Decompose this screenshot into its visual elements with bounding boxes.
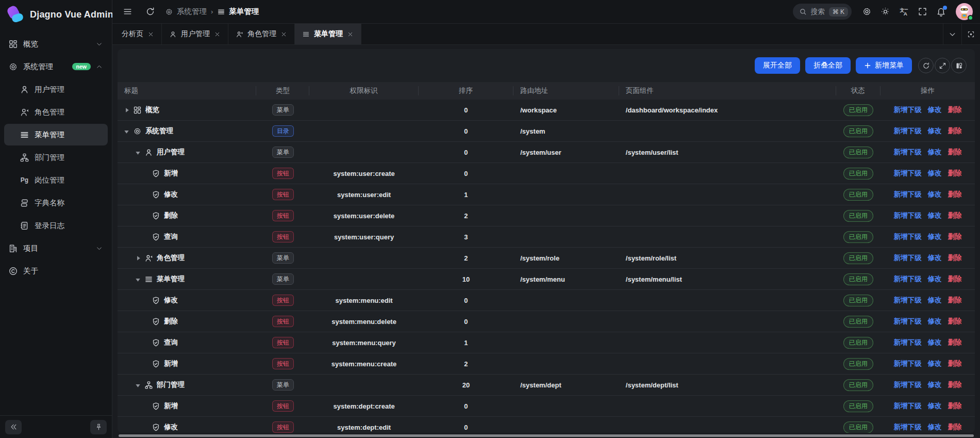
cell-actions: 新增下级修改删除: [881, 148, 975, 157]
delete-link[interactable]: 删除: [948, 274, 961, 284]
sidebar-pin-button[interactable]: [90, 420, 107, 434]
add-child-link[interactable]: 新增下级: [893, 253, 921, 263]
add-child-link[interactable]: 新增下级: [893, 274, 921, 284]
chevron-down-button[interactable]: [943, 24, 961, 44]
delete-link[interactable]: 删除: [948, 211, 961, 220]
breadcrumb-item[interactable]: 菜单管理: [217, 7, 259, 17]
sidebar-item-dept[interactable]: 部门管理: [4, 147, 108, 168]
refresh-icon: [145, 7, 155, 17]
tab-分析页[interactable]: 分析页: [114, 24, 162, 44]
toolbar-expand-arrows-button[interactable]: [935, 58, 950, 73]
sidebar-item-dict[interactable]: 字典名称: [4, 192, 108, 214]
edit-link[interactable]: 修改: [927, 359, 941, 368]
delete-link[interactable]: 删除: [948, 296, 961, 305]
add-child-link[interactable]: 新增下级: [893, 105, 921, 115]
edit-link[interactable]: 修改: [927, 274, 941, 284]
theme-sun-button[interactable]: [877, 4, 893, 20]
add-child-link[interactable]: 新增下级: [893, 126, 921, 136]
edit-link[interactable]: 修改: [927, 380, 941, 390]
sidebar-item-project[interactable]: 项目: [4, 237, 108, 259]
delete-link[interactable]: 删除: [948, 169, 961, 178]
sidebar-item-role[interactable]: 角色管理: [4, 101, 108, 123]
edit-link[interactable]: 修改: [927, 253, 941, 263]
add-child-link[interactable]: 新增下级: [893, 380, 921, 390]
toolbar-refresh-button[interactable]: [918, 58, 934, 73]
edit-link[interactable]: 修改: [927, 423, 941, 432]
delete-link[interactable]: 删除: [948, 253, 961, 263]
sidebar-collapse-button[interactable]: [5, 420, 22, 434]
chevron-down-icon: [96, 41, 103, 47]
add-child-link[interactable]: 新增下级: [893, 317, 921, 326]
add-child-link[interactable]: 新增下级: [893, 190, 921, 199]
add-child-link[interactable]: 新增下级: [893, 359, 921, 368]
tree-toggle-arrow[interactable]: [124, 107, 129, 113]
delete-link[interactable]: 删除: [948, 359, 961, 368]
delete-link[interactable]: 删除: [948, 105, 961, 115]
collapse-all-button[interactable]: 折叠全部: [805, 57, 851, 74]
tree-toggle-arrow[interactable]: [135, 382, 141, 388]
delete-link[interactable]: 删除: [948, 317, 961, 326]
sidebar-nav: 概览系统管理new用户管理角色管理菜单管理部门管理Pg岗位管理字典名称登录日志项…: [0, 29, 112, 415]
edit-link[interactable]: 修改: [927, 148, 941, 157]
edit-link[interactable]: 修改: [927, 296, 941, 305]
language-button[interactable]: 文A: [896, 4, 911, 20]
sidebar-item-overview[interactable]: 概览: [4, 33, 108, 55]
delete-link[interactable]: 删除: [948, 380, 961, 390]
add-child-link[interactable]: 新增下级: [893, 211, 921, 220]
delete-link[interactable]: 删除: [948, 338, 961, 347]
tab-maximize-button[interactable]: [961, 24, 980, 44]
sidebar-item-about[interactable]: 关于: [4, 260, 108, 282]
add-child-link[interactable]: 新增下级: [893, 232, 921, 241]
menu-toggle-button[interactable]: [120, 4, 135, 20]
toolbar-columns-grid-button[interactable]: [951, 58, 967, 73]
horizontal-scrollbar[interactable]: [119, 434, 974, 437]
tree-toggle-arrow[interactable]: [135, 150, 141, 155]
delete-link[interactable]: 删除: [948, 126, 961, 136]
add-child-link[interactable]: 新增下级: [893, 296, 921, 305]
add-child-link[interactable]: 新增下级: [893, 338, 921, 347]
breadcrumb-label: 菜单管理: [229, 7, 259, 17]
edit-link[interactable]: 修改: [927, 232, 941, 241]
edit-link[interactable]: 修改: [927, 126, 941, 136]
tree-toggle-arrow[interactable]: [135, 277, 141, 282]
add-child-link[interactable]: 新增下级: [893, 401, 921, 411]
add-child-link[interactable]: 新增下级: [893, 148, 921, 157]
edit-link[interactable]: 修改: [927, 105, 941, 115]
sidebar-item-user[interactable]: 用户管理: [4, 78, 108, 100]
sidebar-item-system[interactable]: 系统管理new: [4, 56, 108, 77]
row-title: 新增: [164, 401, 178, 411]
cell-title: 部门管理: [118, 380, 256, 390]
notification-bell-button[interactable]: [933, 4, 949, 20]
delete-link[interactable]: 删除: [948, 423, 961, 432]
edit-link[interactable]: 修改: [927, 401, 941, 411]
delete-link[interactable]: 删除: [948, 148, 961, 157]
avatar[interactable]: [956, 3, 973, 20]
add-child-link[interactable]: 新增下级: [893, 423, 921, 432]
page-refresh-button[interactable]: [142, 4, 158, 20]
delete-link[interactable]: 删除: [948, 190, 961, 199]
settings-gear-button[interactable]: [859, 4, 874, 20]
tab-角色管理[interactable]: 角色管理: [228, 24, 295, 44]
search-input[interactable]: 搜索 ⌘ K: [793, 4, 852, 20]
edit-link[interactable]: 修改: [927, 338, 941, 347]
expand-all-button[interactable]: 展开全部: [755, 57, 800, 74]
sidebar-item-loginlog[interactable]: 登录日志: [4, 215, 108, 236]
breadcrumb-item[interactable]: 系统管理: [165, 7, 207, 17]
tree-toggle-arrow[interactable]: [124, 128, 129, 134]
tab-菜单管理[interactable]: 菜单管理: [295, 24, 361, 44]
tree-toggle-arrow[interactable]: [135, 255, 141, 261]
add-child-link[interactable]: 新增下级: [893, 169, 921, 178]
search-placeholder: 搜索: [811, 7, 825, 17]
edit-link[interactable]: 修改: [927, 169, 941, 178]
sidebar-item-menu[interactable]: 菜单管理: [4, 124, 108, 145]
logo-row[interactable]: Djagno Vue Admin: [0, 0, 112, 29]
sidebar-item-post[interactable]: Pg岗位管理: [4, 169, 108, 191]
delete-link[interactable]: 删除: [948, 232, 961, 241]
edit-link[interactable]: 修改: [927, 317, 941, 326]
edit-link[interactable]: 修改: [927, 211, 941, 220]
add-menu-button[interactable]: 新增菜单: [856, 57, 912, 74]
fullscreen-button[interactable]: [915, 4, 930, 20]
edit-link[interactable]: 修改: [927, 190, 941, 199]
delete-link[interactable]: 删除: [948, 401, 961, 411]
tab-用户管理[interactable]: 用户管理: [162, 24, 228, 44]
